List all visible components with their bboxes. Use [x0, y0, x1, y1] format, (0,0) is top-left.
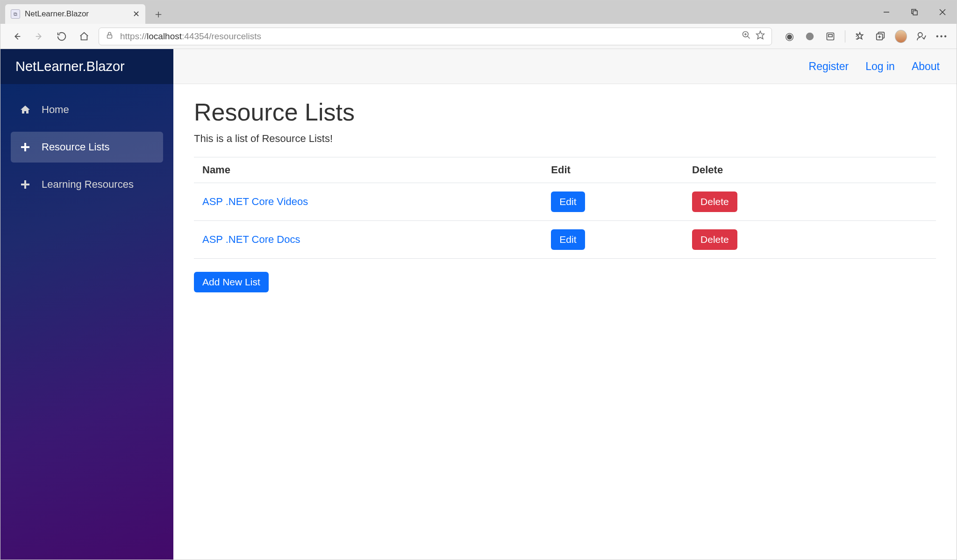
col-edit: Edit	[543, 157, 684, 183]
separator	[845, 30, 845, 43]
svg-point-13	[806, 32, 814, 40]
svg-marker-12	[757, 31, 764, 39]
url-scheme: https://	[120, 31, 147, 42]
main: Register Log in About Resource Lists Thi…	[173, 49, 957, 560]
resource-list-link[interactable]: ASP .NET Core Docs	[202, 234, 300, 245]
home-icon	[18, 103, 32, 117]
table-header-row: Name Edit Delete	[194, 157, 936, 183]
page-description: This is a list of Resource Lists!	[194, 133, 936, 145]
sidebar-item-label: Learning Resources	[42, 178, 134, 191]
browser-toolbar: https://localhost:44354/resourcelists ◉	[0, 24, 957, 49]
browser-window: ⧉ NetLearner.Blazor ✕ ＋ https://loca	[0, 0, 957, 560]
svg-marker-16	[857, 32, 863, 39]
sidebar-item-home[interactable]: Home	[11, 94, 163, 125]
feedback-icon[interactable]	[915, 30, 928, 43]
topbar: Register Log in About	[173, 49, 957, 84]
svg-rect-7	[107, 35, 112, 38]
url-path: :44354/resourcelists	[182, 31, 261, 42]
svg-rect-15	[828, 34, 832, 36]
sidebar-item-label: Home	[42, 104, 69, 116]
col-delete: Delete	[684, 157, 936, 183]
brand[interactable]: NetLearner.Blazor	[0, 49, 173, 84]
col-name: Name	[194, 157, 543, 183]
svg-point-23	[918, 32, 922, 36]
svg-rect-2	[913, 11, 917, 15]
edit-button[interactable]: Edit	[551, 191, 585, 212]
login-link[interactable]: Log in	[865, 60, 895, 73]
add-new-list-button[interactable]: Add New List	[194, 272, 269, 292]
sidebar-item-label: Resource Lists	[42, 141, 110, 153]
url-host: localhost	[147, 31, 182, 42]
nav: Home Resource Lists Learning Resources	[0, 84, 173, 217]
delete-button[interactable]: Delete	[692, 229, 737, 250]
globe-extension-icon[interactable]	[804, 30, 816, 43]
zoom-icon[interactable]	[742, 30, 751, 42]
profile-avatar[interactable]	[895, 30, 907, 43]
svg-rect-25	[21, 146, 29, 148]
app: NetLearner.Blazor Home Resource Lists	[0, 49, 957, 560]
collections-icon[interactable]	[874, 30, 886, 43]
content: Resource Lists This is a list of Resourc…	[173, 84, 957, 560]
maximize-button[interactable]	[900, 0, 928, 24]
window-controls	[872, 0, 957, 24]
brand-label: NetLearner.Blazor	[15, 59, 125, 74]
plus-icon	[18, 177, 32, 191]
resource-lists-table: Name Edit Delete ASP .NET Core Videos Ed…	[194, 157, 936, 259]
home-button[interactable]	[76, 28, 92, 44]
svg-rect-27	[21, 184, 29, 185]
new-tab-button[interactable]: ＋	[151, 7, 166, 21]
resource-list-link[interactable]: ASP .NET Core Videos	[202, 196, 308, 207]
close-tab-icon[interactable]: ✕	[133, 9, 140, 19]
register-link[interactable]: Register	[809, 60, 849, 73]
sidebar-item-learning-resources[interactable]: Learning Resources	[11, 169, 163, 200]
favorites-list-icon[interactable]	[854, 30, 866, 43]
table-row: ASP .NET Core Docs Edit Delete	[194, 221, 936, 259]
lock-icon	[106, 31, 114, 42]
adblock-icon[interactable]: ◉	[783, 30, 795, 43]
delete-button[interactable]: Delete	[692, 191, 737, 212]
close-window-button[interactable]	[928, 0, 957, 24]
forward-button[interactable]	[31, 28, 47, 44]
more-options-icon[interactable]: •••	[936, 30, 948, 43]
sidebar-item-resource-lists[interactable]: Resource Lists	[11, 132, 163, 163]
favorite-icon[interactable]	[756, 30, 765, 42]
tab-strip: ⧉ NetLearner.Blazor ✕ ＋	[0, 0, 957, 24]
sidebar: NetLearner.Blazor Home Resource Lists	[0, 49, 173, 560]
table-row: ASP .NET Core Videos Edit Delete	[194, 183, 936, 221]
page-title: Resource Lists	[194, 98, 936, 126]
svg-line-9	[748, 36, 750, 39]
edit-button[interactable]: Edit	[551, 229, 585, 250]
favicon-icon: ⧉	[11, 9, 20, 19]
back-button[interactable]	[9, 28, 25, 44]
address-bar[interactable]: https://localhost:44354/resourcelists	[99, 28, 772, 45]
minimize-button[interactable]	[872, 0, 900, 24]
reader-view-icon[interactable]	[824, 30, 836, 43]
plus-icon	[18, 140, 32, 154]
browser-tab[interactable]: ⧉ NetLearner.Blazor ✕	[5, 4, 145, 24]
tab-title: NetLearner.Blazor	[25, 9, 133, 19]
toolbar-right-icons: ◉ •••	[783, 30, 948, 43]
refresh-button[interactable]	[54, 28, 70, 44]
about-link[interactable]: About	[912, 60, 940, 73]
